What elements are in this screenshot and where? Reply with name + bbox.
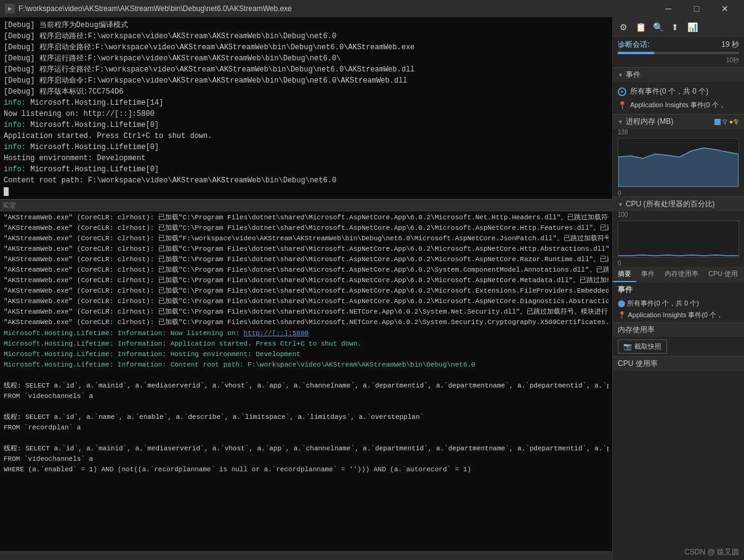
console-line: 线程: SELECT a.`id`, a.`mainid`, a.`medias… xyxy=(4,444,609,454)
cpu-section-label: CPU (所有处理器的百分比) xyxy=(626,199,715,209)
console-top-output[interactable]: [Debug] 当前程序为Debug编译模式 [Debug] 程序启动路径:F:… xyxy=(0,17,612,199)
console-line: [Debug] 程序版本标识:7CC754D6 xyxy=(4,86,609,97)
all-events-row[interactable]: ⬤ 所有事件(0 个，共 0 个) xyxy=(613,298,744,309)
memory-chart-svg xyxy=(618,139,738,187)
cpu-max-value: 100 xyxy=(618,211,628,218)
memory-usage-label: 内存使用率 xyxy=(618,325,655,335)
cpu-min-value: 0 xyxy=(618,260,621,267)
console-bottom-output[interactable]: "AKStreamWeb.exe" (CoreCLR: clrhost): 已加… xyxy=(0,211,612,551)
console-divider: 实堂 xyxy=(0,199,612,211)
collapse-arrow-memory-icon: ▼ xyxy=(618,119,623,125)
console-line: info: Microsoft.Hosting.Lifetime[14] xyxy=(4,97,609,108)
console-line: FROM `videochannels` a xyxy=(4,454,609,465)
console-line: "AKStreamWeb.exe" (CoreCLR: clrhost): 已加… xyxy=(4,286,609,296)
diagnostic-toolbar: ⚙ 📋 🔍 ⬆ 📊 xyxy=(613,17,744,37)
tab-memory-usage[interactable]: 内存使用率 xyxy=(660,267,703,282)
console-line: "AKStreamWeb.exe" (CoreCLR: clrhost): 已加… xyxy=(4,317,609,328)
events-section-label: 事件 xyxy=(626,70,641,80)
tab-cpu-usage[interactable]: CPU 使用 xyxy=(703,267,743,282)
console-line: info: Microsoft.Hosting.Lifetime[0] xyxy=(4,164,609,175)
cpu-usage-section-header[interactable]: CPU 使用率 xyxy=(613,356,744,371)
diagnostic-scroll-area[interactable]: 诊断会话: 19 秒 10秒 ▼ 事件 ● 所有事件(0 个， xyxy=(613,37,744,560)
console-line xyxy=(4,433,609,444)
events-heading-label: 事件 xyxy=(618,285,633,294)
svg-rect-2 xyxy=(618,221,738,257)
memory-section-label: 进程内存 (MB) xyxy=(626,116,673,127)
console-line: info: Microsoft.Hosting.Lifetime[0] xyxy=(4,142,609,153)
all-events-item[interactable]: ● 所有事件(0 个，共 0 个) xyxy=(618,84,739,99)
localhost-link[interactable]: http://[::]:5800 xyxy=(243,330,309,337)
memory-section-header[interactable]: ▼ 进程内存 (MB) ▽ ●专 xyxy=(613,114,744,129)
upload-button[interactable]: ⬆ xyxy=(668,20,682,34)
pin-icon: 📍 xyxy=(618,101,626,110)
console-line: [Debug] 当前程序为Debug编译模式 xyxy=(4,20,609,31)
console-line: [Debug] 程序运行全路径:F:\workspace\video\AKStr… xyxy=(4,64,609,75)
console-line xyxy=(4,402,609,412)
pin-icon-2: 📍 xyxy=(618,311,628,319)
maximize-button[interactable]: □ xyxy=(682,0,711,17)
session-time: 19 秒 xyxy=(721,39,739,50)
all-events-label: 所有事件(0 个，共 0 个) xyxy=(630,86,708,97)
console-line: [Debug] 程序启动命令:F:\workspace\video\AKStre… xyxy=(4,75,609,86)
app-insights-item[interactable]: 📍 Application Insights 事件(0 个， xyxy=(618,99,739,112)
title-bar: ▶ F:\workspace\video\AKStream\AKStreamWe… xyxy=(0,0,744,17)
console-line: [Debug] 程序启动全路径:F:\workspace\video\AKStr… xyxy=(4,42,609,53)
console-line xyxy=(4,186,609,197)
memory-legend: ▽ ●专 xyxy=(714,118,739,126)
console-line: "AKStreamWeb.exe" (CoreCLR: clrhost): 已加… xyxy=(4,265,609,275)
events-section-header[interactable]: ▼ 事件 xyxy=(613,67,744,82)
collapse-arrow-icon: ▼ xyxy=(618,72,623,78)
tab-summary[interactable]: 摘要 xyxy=(613,267,636,282)
collapse-arrow-cpu-icon: ▼ xyxy=(618,201,623,208)
console-line: Hosting environment: Development xyxy=(4,153,609,164)
console-line: info: Microsoft.Hosting.Lifetime[0] xyxy=(4,120,609,131)
globe-icon-2: ⬤ xyxy=(618,299,627,307)
screenshot-button-row: 📷 截取快照 xyxy=(613,337,744,356)
horizontal-scrollbar[interactable] xyxy=(0,551,612,560)
console-line: 线程: SELECT a.`id`, a.`name`, a.`enable`,… xyxy=(4,412,609,423)
console-line: Microsoft.Hosting.Lifetime: Information:… xyxy=(4,328,609,339)
console-line: "AKStreamWeb.exe" (CoreCLR: clrhost): 已加… xyxy=(4,223,609,233)
console-line: "AKStreamWeb.exe" (CoreCLR: clrhost): 已加… xyxy=(4,233,609,244)
diagnostic-tabs: 摘要 事件 内存使用率 CPU 使用 xyxy=(613,267,744,282)
console-line: "AKStreamWeb.exe" (CoreCLR: clrhost): 已加… xyxy=(4,307,609,317)
search-button[interactable]: 🔍 xyxy=(651,20,665,34)
console-line: Content root path: F:\workspace\video\AK… xyxy=(4,175,609,186)
time-mark: 10秒 xyxy=(726,56,739,65)
window-controls[interactable]: ─ □ ✕ xyxy=(654,0,739,17)
memory-usage-section-header[interactable]: 内存使用率 xyxy=(613,322,744,337)
memory-legend-icon xyxy=(714,119,721,125)
console-line: Microsoft.Hosting.Lifetime: Information:… xyxy=(4,339,609,349)
close-button[interactable]: ✕ xyxy=(711,0,739,17)
console-line: WHERE (a.`enabled` = 1) AND (not((a.`rec… xyxy=(4,465,609,475)
memory-chart-section: 138 0 xyxy=(613,129,744,197)
session-label: 诊断会话: xyxy=(618,39,649,50)
title-bar-left: ▶ F:\workspace\video\AKStream\AKStreamWe… xyxy=(5,4,292,14)
console-line: FROM `recordplan` a xyxy=(4,423,609,433)
time-bar-fill xyxy=(618,52,654,54)
settings-button[interactable]: ⚙ xyxy=(617,20,630,34)
console-line: "AKStreamWeb.exe" (CoreCLR: clrhost): 已加… xyxy=(4,213,609,223)
console-line: Now listening on: http://[::]:5800 xyxy=(4,108,609,120)
screenshot-label: 截取快照 xyxy=(634,342,661,351)
copy-button[interactable]: 📋 xyxy=(634,20,647,34)
tab-events[interactable]: 事件 xyxy=(636,267,660,282)
console-line xyxy=(4,370,609,381)
chart-button[interactable]: 📊 xyxy=(685,20,699,34)
screenshot-button[interactable]: 📷 截取快照 xyxy=(618,339,667,354)
console-line: "AKStreamWeb.exe" (CoreCLR: clrhost): 已加… xyxy=(4,275,609,286)
memory-chart xyxy=(618,138,739,187)
memory-top-labels: 138 xyxy=(613,129,744,136)
app-insights-row[interactable]: 📍 Application Insights 事件(0 个， xyxy=(613,309,744,322)
globe-icon: ● xyxy=(618,87,626,96)
cpu-chart-svg xyxy=(618,221,738,257)
events-content: ● 所有事件(0 个，共 0 个) 📍 Application Insights… xyxy=(613,82,744,114)
diagnostic-panel: ⚙ 📋 🔍 ⬆ 📊 诊断会话: 19 秒 10秒 xyxy=(613,17,744,560)
watermark: CSDN @ 猿又圆 xyxy=(684,547,739,558)
console-line: Application started. Press Ctrl+C to shu… xyxy=(4,131,609,142)
cpu-section-header[interactable]: ▼ CPU (所有处理器的百分比) xyxy=(613,197,744,211)
console-line: Microsoft.Hosting.Lifetime: Information:… xyxy=(4,360,609,370)
time-bar xyxy=(618,52,739,54)
minimize-button[interactable]: ─ xyxy=(654,0,682,17)
cpu-bottom-labels: 0 xyxy=(613,260,744,267)
